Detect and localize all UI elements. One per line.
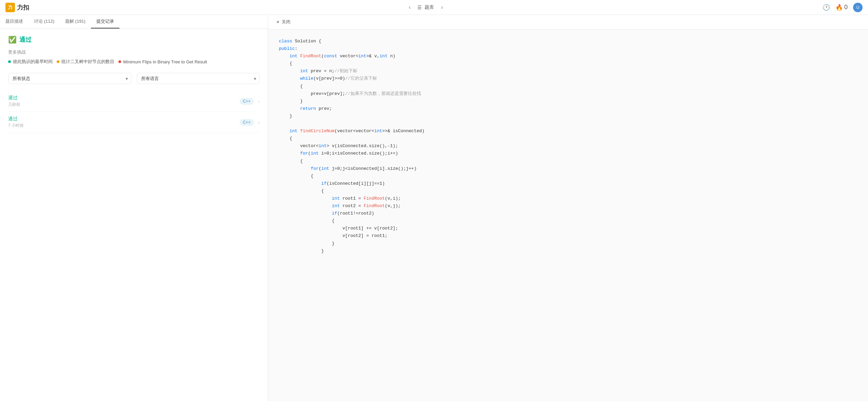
menu-icon: ☰ — [417, 5, 422, 10]
header-center: ‹ ☰ 题库 › — [406, 2, 446, 12]
submission-right-1: C++ › — [240, 98, 260, 105]
lang-filter[interactable]: 所有语言 C++ Python Java — [137, 73, 260, 84]
tab-description[interactable]: 题目描述 — [0, 15, 29, 28]
submission-chevron-2: › — [258, 120, 260, 125]
tab-submissions[interactable]: 提交记录 — [91, 15, 119, 28]
left-content: ✅ 通过 更多挑战 彼此熟识的最早时间 统计二叉树中好节点的数目 Minimum… — [0, 29, 268, 401]
submission-chevron-1: › — [258, 99, 260, 104]
submission-status-2: 通过 — [8, 116, 24, 122]
close-x-icon: ✕ — [276, 20, 280, 24]
nav-next-button[interactable]: › — [438, 2, 446, 12]
lang-filter-wrapper: 所有语言 C++ Python Java ▾ — [137, 73, 260, 84]
submission-info-1: 通过 几秒前 — [8, 95, 20, 107]
nav-title: 题库 — [424, 4, 434, 11]
code-block: class Solution { public: int FindRoot(co… — [279, 38, 857, 255]
status-filter[interactable]: 所有状态 通过 未通过 — [8, 73, 131, 84]
submission-info-2: 通过 7 小时前 — [8, 116, 24, 128]
challenge-tags: 彼此熟识的最早时间 统计二叉树中好节点的数目 Minimum Flips in … — [8, 59, 260, 65]
close-button[interactable]: ✕ 关闭 — [273, 18, 293, 26]
submission-time-1: 几秒前 — [8, 102, 20, 107]
fire-button[interactable]: 🔥 0 — [835, 4, 848, 11]
right-toolbar: ✕ 关闭 — [268, 15, 868, 29]
tabs: 题目描述 讨论 (112) 题解 (191) 提交记录 — [0, 15, 268, 29]
fire-icon: 🔥 — [835, 4, 843, 11]
tab-discussion[interactable]: 讨论 (112) — [29, 15, 60, 28]
lang-badge-1: C++ — [240, 98, 254, 105]
timer-button[interactable]: 🕐 — [823, 4, 830, 11]
lang-badge-2: C++ — [240, 119, 254, 126]
status-text: 通过 — [19, 36, 32, 44]
challenge-tag-3-text: Minimum Flips in Binary Tree to Get Resu… — [123, 59, 207, 64]
submission-status-1: 通过 — [8, 95, 20, 101]
submission-time-2: 7 小时前 — [8, 123, 24, 128]
fire-count: 0 — [844, 4, 848, 11]
filter-row: 所有状态 通过 未通过 ▾ 所有语言 C++ Python Java ▾ — [8, 73, 260, 84]
submission-right-2: C++ › — [240, 119, 260, 126]
tab-solutions[interactable]: 题解 (191) — [60, 15, 91, 28]
timer-icon: 🕐 — [823, 4, 830, 11]
more-challenges-label: 更多挑战 — [8, 49, 260, 55]
main-layout: 题目描述 讨论 (112) 题解 (191) 提交记录 ✅ 通过 更多挑战 彼此… — [0, 15, 868, 401]
logo-text: 力扣 — [17, 3, 29, 12]
challenge-tag-1[interactable]: 彼此熟识的最早时间 — [8, 59, 53, 65]
challenge-tag-2-text: 统计二叉树中好节点的数目 — [61, 59, 114, 65]
code-area: class Solution { public: int FindRoot(co… — [268, 29, 868, 401]
header: 力 力扣 ‹ ☰ 题库 › 🕐 🔥 0 U — [0, 0, 868, 15]
submission-item-2[interactable]: 通过 7 小时前 C++ › — [8, 112, 260, 133]
avatar[interactable]: U — [853, 3, 863, 12]
submission-item-1[interactable]: 通过 几秒前 C++ › — [8, 91, 260, 112]
tag-dot-orange — [57, 60, 59, 63]
challenge-tag-3[interactable]: Minimum Flips in Binary Tree to Get Resu… — [118, 59, 207, 65]
header-left: 力 力扣 — [5, 3, 29, 12]
close-label: 关闭 — [282, 19, 290, 25]
challenge-tag-1-text: 彼此熟识的最早时间 — [13, 59, 53, 65]
header-title-area: ☰ 题库 — [417, 4, 434, 11]
status-check-icon: ✅ — [8, 36, 17, 44]
tag-dot-red — [118, 60, 121, 63]
tag-dot-green — [8, 60, 11, 63]
status-filter-wrapper: 所有状态 通过 未通过 ▾ — [8, 73, 131, 84]
logo-icon: 力 — [5, 3, 15, 12]
right-panel: ✕ 关闭 class Solution { public: int FindRo… — [268, 15, 868, 401]
header-right: 🕐 🔥 0 U — [823, 3, 863, 12]
left-panel: 题目描述 讨论 (112) 题解 (191) 提交记录 ✅ 通过 更多挑战 彼此… — [0, 15, 268, 401]
challenge-tag-2[interactable]: 统计二叉树中好节点的数目 — [57, 59, 114, 65]
logo[interactable]: 力 力扣 — [5, 3, 29, 12]
nav-prev-button[interactable]: ‹ — [406, 2, 413, 12]
status-row: ✅ 通过 — [8, 36, 260, 44]
